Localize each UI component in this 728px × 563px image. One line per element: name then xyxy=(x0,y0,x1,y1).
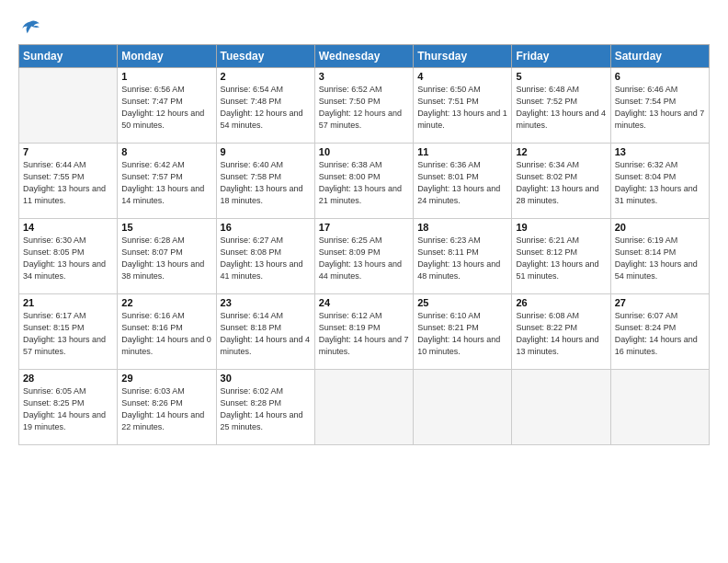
day-detail: Sunrise: 6:38 AM Sunset: 8:00 PM Dayligh… xyxy=(319,159,409,207)
calendar-cell: 12 Sunrise: 6:34 AM Sunset: 8:02 PM Dayl… xyxy=(512,144,610,219)
logo-bird-icon xyxy=(20,17,40,37)
calendar-cell: 6 Sunrise: 6:46 AM Sunset: 7:54 PM Dayli… xyxy=(610,68,709,144)
calendar-cell: 9 Sunrise: 6:40 AM Sunset: 7:58 PM Dayli… xyxy=(216,144,314,219)
week-row-2: 14 Sunrise: 6:30 AM Sunset: 8:05 PM Dayl… xyxy=(19,219,710,294)
day-number: 9 xyxy=(221,146,311,157)
day-number: 25 xyxy=(417,297,507,308)
calendar-cell: 8 Sunrise: 6:42 AM Sunset: 7:57 PM Dayli… xyxy=(118,144,216,219)
day-detail: Sunrise: 6:25 AM Sunset: 8:09 PM Dayligh… xyxy=(319,235,409,282)
day-number: 6 xyxy=(615,71,705,82)
calendar-cell: 11 Sunrise: 6:36 AM Sunset: 8:01 PM Dayl… xyxy=(414,144,512,219)
calendar-cell: 20 Sunrise: 6:19 AM Sunset: 8:14 PM Dayl… xyxy=(610,219,709,294)
day-number: 27 xyxy=(615,297,705,308)
weekday-header-tuesday: Tuesday xyxy=(216,45,314,68)
calendar-cell: 23 Sunrise: 6:14 AM Sunset: 8:18 PM Dayl… xyxy=(216,294,314,370)
day-detail: Sunrise: 6:17 AM Sunset: 8:15 PM Dayligh… xyxy=(23,310,113,358)
calendar-cell: 29 Sunrise: 6:03 AM Sunset: 8:26 PM Dayl… xyxy=(118,370,216,445)
calendar-cell: 21 Sunrise: 6:17 AM Sunset: 8:15 PM Dayl… xyxy=(19,294,118,370)
day-detail: Sunrise: 6:16 AM Sunset: 8:16 PM Dayligh… xyxy=(121,310,211,358)
calendar-cell: 15 Sunrise: 6:28 AM Sunset: 8:07 PM Dayl… xyxy=(118,219,216,294)
day-detail: Sunrise: 6:08 AM Sunset: 8:22 PM Dayligh… xyxy=(516,310,606,358)
day-detail: Sunrise: 6:40 AM Sunset: 7:58 PM Dayligh… xyxy=(221,159,311,207)
day-detail: Sunrise: 6:46 AM Sunset: 7:54 PM Dayligh… xyxy=(615,84,705,132)
day-number: 3 xyxy=(319,71,409,82)
day-number: 22 xyxy=(121,297,211,308)
week-row-4: 28 Sunrise: 6:05 AM Sunset: 8:25 PM Dayl… xyxy=(19,370,710,445)
day-detail: Sunrise: 6:14 AM Sunset: 8:18 PM Dayligh… xyxy=(221,310,311,358)
day-number: 8 xyxy=(121,146,211,157)
calendar-cell: 1 Sunrise: 6:56 AM Sunset: 7:47 PM Dayli… xyxy=(118,68,216,144)
calendar-cell: 27 Sunrise: 6:07 AM Sunset: 8:24 PM Dayl… xyxy=(610,294,709,370)
day-number: 1 xyxy=(121,71,211,82)
day-detail: Sunrise: 6:34 AM Sunset: 8:02 PM Dayligh… xyxy=(516,159,606,207)
day-detail: Sunrise: 6:10 AM Sunset: 8:21 PM Dayligh… xyxy=(417,310,507,358)
day-number: 19 xyxy=(516,222,606,233)
calendar-cell: 17 Sunrise: 6:25 AM Sunset: 8:09 PM Dayl… xyxy=(314,219,413,294)
day-detail: Sunrise: 6:07 AM Sunset: 8:24 PM Dayligh… xyxy=(615,310,705,358)
calendar-cell: 24 Sunrise: 6:12 AM Sunset: 8:19 PM Dayl… xyxy=(314,294,413,370)
day-detail: Sunrise: 6:36 AM Sunset: 8:01 PM Dayligh… xyxy=(417,159,507,207)
day-number: 29 xyxy=(121,373,211,384)
calendar-cell: 4 Sunrise: 6:50 AM Sunset: 7:51 PM Dayli… xyxy=(414,68,512,144)
week-row-1: 7 Sunrise: 6:44 AM Sunset: 7:55 PM Dayli… xyxy=(19,144,710,219)
day-detail: Sunrise: 6:02 AM Sunset: 8:28 PM Dayligh… xyxy=(221,385,311,433)
day-number: 11 xyxy=(417,146,507,157)
calendar-table: SundayMondayTuesdayWednesdayThursdayFrid… xyxy=(18,44,710,445)
day-number: 23 xyxy=(221,297,311,308)
day-detail: Sunrise: 6:50 AM Sunset: 7:51 PM Dayligh… xyxy=(417,84,507,132)
day-detail: Sunrise: 6:23 AM Sunset: 8:11 PM Dayligh… xyxy=(417,235,507,282)
week-row-0: 1 Sunrise: 6:56 AM Sunset: 7:47 PM Dayli… xyxy=(19,68,710,144)
day-number: 17 xyxy=(319,222,409,233)
calendar-cell: 10 Sunrise: 6:38 AM Sunset: 8:00 PM Dayl… xyxy=(314,144,413,219)
day-detail: Sunrise: 6:19 AM Sunset: 8:14 PM Dayligh… xyxy=(615,235,705,282)
day-number: 24 xyxy=(319,297,409,308)
day-number: 13 xyxy=(615,146,705,157)
day-number: 7 xyxy=(23,146,113,157)
page: SundayMondayTuesdayWednesdayThursdayFrid… xyxy=(0,0,728,563)
day-number: 21 xyxy=(23,297,113,308)
weekday-header-friday: Friday xyxy=(512,45,610,68)
calendar-cell: 16 Sunrise: 6:27 AM Sunset: 8:08 PM Dayl… xyxy=(216,219,314,294)
calendar-cell: 30 Sunrise: 6:02 AM Sunset: 8:28 PM Dayl… xyxy=(216,370,314,445)
day-detail: Sunrise: 6:28 AM Sunset: 8:07 PM Dayligh… xyxy=(121,235,211,282)
day-number: 16 xyxy=(221,222,311,233)
calendar-cell: 14 Sunrise: 6:30 AM Sunset: 8:05 PM Dayl… xyxy=(19,219,118,294)
calendar-cell: 28 Sunrise: 6:05 AM Sunset: 8:25 PM Dayl… xyxy=(19,370,118,445)
calendar-cell xyxy=(610,370,709,445)
calendar-cell: 19 Sunrise: 6:21 AM Sunset: 8:12 PM Dayl… xyxy=(512,219,610,294)
day-number: 2 xyxy=(221,71,311,82)
day-number: 26 xyxy=(516,297,606,308)
day-detail: Sunrise: 6:12 AM Sunset: 8:19 PM Dayligh… xyxy=(319,310,409,358)
day-detail: Sunrise: 6:56 AM Sunset: 7:47 PM Dayligh… xyxy=(121,84,211,132)
day-number: 4 xyxy=(417,71,507,82)
logo xyxy=(18,17,40,35)
calendar-cell: 18 Sunrise: 6:23 AM Sunset: 8:11 PM Dayl… xyxy=(414,219,512,294)
day-detail: Sunrise: 6:30 AM Sunset: 8:05 PM Dayligh… xyxy=(23,235,113,282)
weekday-header-monday: Monday xyxy=(118,45,216,68)
weekday-header-thursday: Thursday xyxy=(414,45,512,68)
day-detail: Sunrise: 6:05 AM Sunset: 8:25 PM Dayligh… xyxy=(23,385,113,433)
calendar-cell: 26 Sunrise: 6:08 AM Sunset: 8:22 PM Dayl… xyxy=(512,294,610,370)
day-detail: Sunrise: 6:44 AM Sunset: 7:55 PM Dayligh… xyxy=(23,159,113,207)
day-detail: Sunrise: 6:48 AM Sunset: 7:52 PM Dayligh… xyxy=(516,84,606,132)
weekday-header-sunday: Sunday xyxy=(19,45,118,68)
day-number: 15 xyxy=(121,222,211,233)
week-row-3: 21 Sunrise: 6:17 AM Sunset: 8:15 PM Dayl… xyxy=(19,294,710,370)
calendar-cell: 3 Sunrise: 6:52 AM Sunset: 7:50 PM Dayli… xyxy=(314,68,413,144)
weekday-header-wednesday: Wednesday xyxy=(314,45,413,68)
calendar-cell: 7 Sunrise: 6:44 AM Sunset: 7:55 PM Dayli… xyxy=(19,144,118,219)
day-detail: Sunrise: 6:21 AM Sunset: 8:12 PM Dayligh… xyxy=(516,235,606,282)
calendar-cell: 25 Sunrise: 6:10 AM Sunset: 8:21 PM Dayl… xyxy=(414,294,512,370)
calendar-cell xyxy=(414,370,512,445)
day-number: 18 xyxy=(417,222,507,233)
calendar-cell: 22 Sunrise: 6:16 AM Sunset: 8:16 PM Dayl… xyxy=(118,294,216,370)
weekday-header-row: SundayMondayTuesdayWednesdayThursdayFrid… xyxy=(19,45,710,68)
day-number: 30 xyxy=(221,373,311,384)
calendar-cell: 2 Sunrise: 6:54 AM Sunset: 7:48 PM Dayli… xyxy=(216,68,314,144)
day-detail: Sunrise: 6:03 AM Sunset: 8:26 PM Dayligh… xyxy=(121,385,211,433)
day-number: 5 xyxy=(516,71,606,82)
day-detail: Sunrise: 6:52 AM Sunset: 7:50 PM Dayligh… xyxy=(319,84,409,132)
weekday-header-saturday: Saturday xyxy=(610,45,709,68)
day-number: 10 xyxy=(319,146,409,157)
day-detail: Sunrise: 6:27 AM Sunset: 8:08 PM Dayligh… xyxy=(221,235,311,282)
